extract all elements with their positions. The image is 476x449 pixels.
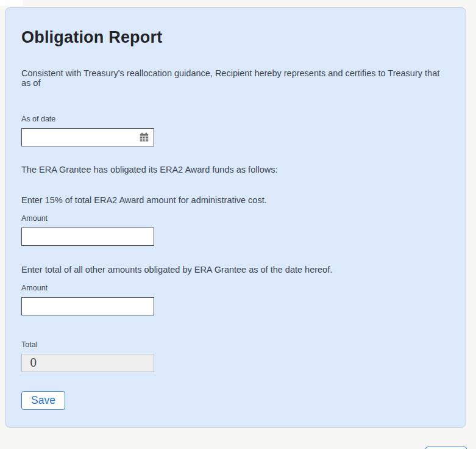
other-amount-label: Amount — [21, 284, 450, 292]
total-group: Total — [21, 340, 450, 372]
admin-cost-instruction: Enter 15% of total ERA2 Award amount for… — [21, 196, 450, 206]
footer-actions: Next — [5, 447, 467, 449]
admin-amount-label: Amount — [21, 214, 450, 223]
certification-text: Consistent with Treasury's reallocation … — [21, 69, 450, 88]
obligated-funds-text: The ERA Grantee has obligated its ERA2 A… — [21, 165, 450, 175]
total-label: Total — [21, 340, 450, 349]
as-of-date-input[interactable] — [21, 128, 154, 146]
as-of-date-label: As of date — [21, 115, 450, 123]
top-left-notch — [0, 0, 23, 6]
as-of-date-group: As of date — [21, 115, 450, 146]
obligation-report-panel: Obligation Report Consistent with Treasu… — [5, 7, 466, 428]
calendar-icon[interactable] — [140, 132, 149, 142]
total-input — [21, 354, 154, 372]
page-title: Obligation Report — [21, 28, 450, 47]
next-button[interactable]: Next — [425, 447, 467, 449]
admin-amount-group: Amount — [21, 214, 450, 246]
other-amount-input[interactable] — [21, 297, 154, 315]
admin-amount-input[interactable] — [21, 228, 154, 246]
other-amounts-instruction: Enter total of all other amounts obligat… — [21, 265, 450, 275]
save-button[interactable]: Save — [21, 391, 65, 410]
other-amount-group: Amount — [21, 284, 450, 315]
as-of-date-field — [21, 128, 154, 146]
